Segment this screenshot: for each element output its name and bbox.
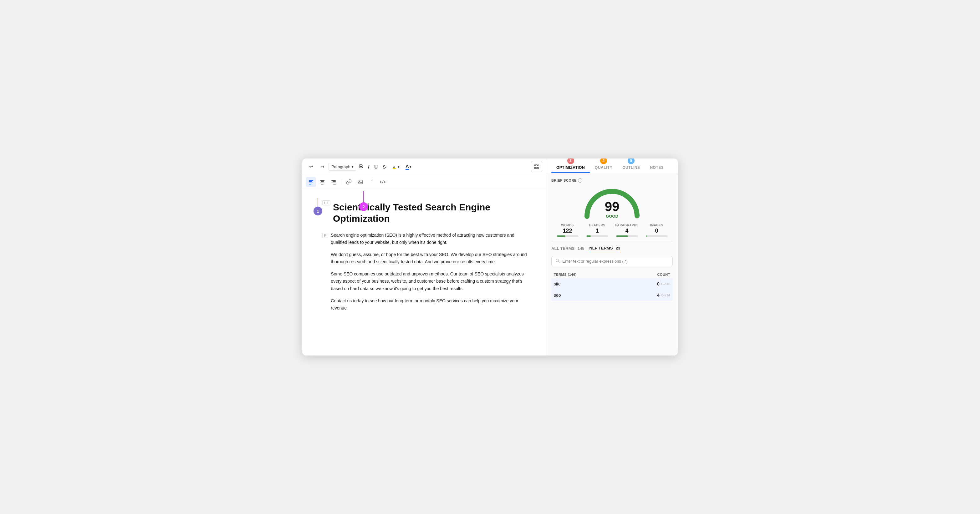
editor-panel: ↩ ↪ Paragraph ▾ B I U S bbox=[302, 159, 546, 355]
toolbar-row2: " </> bbox=[302, 175, 546, 189]
editor-body[interactable]: Search engine optimization (SEO) is a hi… bbox=[331, 232, 531, 317]
image-button[interactable] bbox=[355, 177, 365, 187]
h1-tag-label: H1 bbox=[322, 200, 331, 205]
term-range-site: 0-316 bbox=[662, 282, 670, 286]
gauge-container: 99 GOOD bbox=[551, 185, 673, 219]
tab-outline[interactable]: 5 OUTLINE bbox=[617, 159, 645, 173]
align-right-button[interactable] bbox=[329, 177, 339, 187]
image-icon bbox=[358, 179, 363, 184]
stat-headers-bar-fill bbox=[586, 235, 591, 237]
redo-button[interactable]: ↪ bbox=[317, 162, 327, 171]
text-color-icon: A bbox=[406, 163, 409, 170]
undo-button[interactable]: ↩ bbox=[306, 162, 316, 171]
terms-search-input[interactable] bbox=[562, 259, 669, 263]
bold-button[interactable]: B bbox=[357, 162, 365, 171]
tab-notes[interactable]: NOTES bbox=[645, 161, 669, 173]
quote-button[interactable]: " bbox=[366, 177, 376, 187]
all-terms-count: 145 bbox=[578, 246, 584, 251]
svg-rect-9 bbox=[309, 182, 313, 183]
paragraph-dropdown-icon: ▾ bbox=[352, 165, 353, 168]
p-tag-label: P bbox=[322, 233, 328, 238]
search-bar bbox=[551, 256, 673, 267]
bubble-1-container: 1 bbox=[313, 198, 322, 216]
terms-tabs: ALL TERMS 145 NLP TERMS 23 bbox=[551, 246, 673, 252]
svg-line-22 bbox=[558, 262, 560, 263]
svg-rect-4 bbox=[535, 167, 536, 168]
score-display: 99 GOOD bbox=[605, 203, 620, 219]
terms-table-header: TERMS (146) COUNT bbox=[551, 271, 673, 278]
tab-optimization[interactable]: 3 OPTIMIZATION bbox=[551, 159, 590, 173]
svg-rect-3 bbox=[538, 165, 539, 166]
highlight-button[interactable]: ▾ bbox=[389, 164, 402, 170]
strikethrough-button[interactable]: S bbox=[381, 163, 388, 171]
svg-rect-16 bbox=[332, 181, 336, 182]
term-count-site: 0 bbox=[657, 281, 660, 286]
term-name-seo: seo bbox=[554, 293, 561, 298]
svg-rect-15 bbox=[331, 180, 336, 181]
panel-content: BRIEF SCORE i 99 GOOD WORDS bbox=[546, 173, 678, 355]
align-right-icon bbox=[331, 179, 336, 184]
svg-rect-11 bbox=[320, 180, 325, 181]
para-3: Some SEO companies use outdated and unpr… bbox=[331, 270, 531, 292]
stat-paragraphs-bar-fill bbox=[616, 235, 628, 237]
svg-rect-17 bbox=[331, 182, 336, 183]
terms-count-label: COUNT bbox=[657, 273, 670, 276]
tab-outline-badge: 5 bbox=[628, 159, 635, 164]
svg-rect-12 bbox=[321, 181, 324, 182]
stat-words-bar bbox=[557, 235, 579, 237]
tab-quality-badge: 4 bbox=[600, 159, 607, 164]
align-center-icon bbox=[320, 179, 325, 184]
score-value: 99 bbox=[605, 200, 620, 213]
stat-words: WORDS 122 bbox=[552, 224, 582, 237]
terms-tab-nlp[interactable]: NLP TERMS 23 bbox=[589, 246, 620, 252]
svg-rect-14 bbox=[321, 184, 323, 184]
svg-rect-2 bbox=[536, 165, 537, 166]
align-left-button[interactable] bbox=[306, 177, 316, 187]
italic-button[interactable]: I bbox=[366, 163, 371, 171]
brief-score-label: BRIEF SCORE i bbox=[551, 178, 673, 182]
editor-content: 1 2 H1 Scientifically Tested Search Engi… bbox=[302, 189, 546, 355]
term-row-seo: seo 4 0-214 bbox=[551, 290, 673, 301]
paragraph-select[interactable]: Paragraph ▾ bbox=[329, 163, 356, 171]
terms-header-label: TERMS (146) bbox=[554, 273, 577, 276]
score-status: GOOD bbox=[605, 214, 620, 219]
bubble-2-container: 2 bbox=[359, 191, 368, 211]
svg-rect-18 bbox=[333, 184, 336, 184]
stats-row: WORDS 122 HEADERS 1 PARAGRAPHS 4 bbox=[551, 224, 673, 237]
terms-table: TERMS (146) COUNT site 0 0-316 seo 4 0-2… bbox=[551, 271, 673, 301]
stat-images-bar-fill bbox=[646, 235, 647, 237]
svg-rect-13 bbox=[320, 182, 325, 183]
para-1: Search engine optimization (SEO) is a hi… bbox=[331, 232, 531, 246]
para-2: We don't guess, assume, or hope for the … bbox=[331, 251, 531, 265]
stat-paragraphs: PARAGRAPHS 4 bbox=[612, 224, 642, 237]
code-button[interactable]: </> bbox=[378, 177, 388, 187]
svg-rect-10 bbox=[309, 184, 311, 184]
para-4: Contact us today to see how our long-ter… bbox=[331, 297, 531, 312]
term-count-seo: 4 bbox=[657, 293, 660, 298]
panel-divider bbox=[551, 242, 673, 242]
bubble-1-line bbox=[318, 198, 318, 207]
align-left-icon bbox=[309, 179, 313, 184]
svg-rect-5 bbox=[536, 167, 537, 168]
paragraph-label: Paragraph bbox=[331, 165, 350, 169]
stat-headers: HEADERS 1 bbox=[582, 224, 612, 237]
align-center-button[interactable] bbox=[317, 177, 327, 187]
term-count-cell-seo: 4 0-214 bbox=[657, 293, 670, 298]
tab-quality[interactable]: 4 QUALITY bbox=[590, 159, 617, 173]
stat-words-bar-fill bbox=[557, 235, 565, 237]
right-panel: 3 OPTIMIZATION 4 QUALITY 5 OUTLINE NOTES bbox=[546, 159, 678, 355]
underline-button[interactable]: U bbox=[372, 163, 380, 171]
stat-headers-bar bbox=[586, 235, 608, 237]
terms-tab-all[interactable]: ALL TERMS 145 bbox=[551, 246, 584, 252]
link-button[interactable] bbox=[344, 177, 354, 187]
svg-rect-8 bbox=[309, 181, 312, 182]
text-color-dropdown-icon: ▾ bbox=[410, 165, 411, 168]
text-color-button[interactable]: A ▾ bbox=[403, 163, 414, 170]
brief-score-info-icon[interactable]: i bbox=[578, 178, 582, 182]
bubble-1: 1 bbox=[313, 207, 322, 216]
stat-images-bar bbox=[646, 235, 668, 237]
settings-button[interactable] bbox=[531, 161, 542, 172]
term-range-seo: 0-214 bbox=[662, 293, 670, 297]
highlight-dropdown-icon: ▾ bbox=[398, 165, 399, 168]
search-icon bbox=[555, 259, 560, 264]
